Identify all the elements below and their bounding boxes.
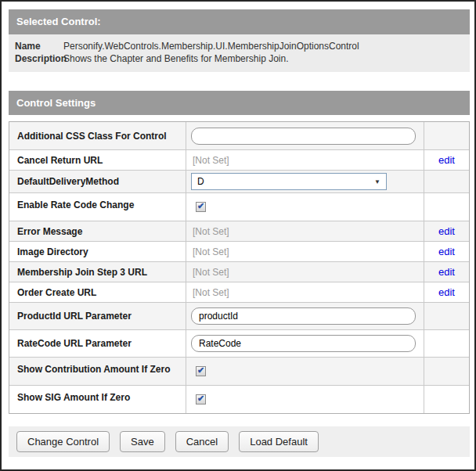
settings-row: ProductId URL Parameter xyxy=(9,302,469,329)
setting-action-cell: edit xyxy=(424,221,469,241)
setting-action-cell xyxy=(424,122,469,149)
edit-link[interactable]: edit xyxy=(438,225,455,237)
name-value: Personify.WebControls.Membership.UI.Memb… xyxy=(63,40,463,52)
setting-checkbox[interactable]: ✔ xyxy=(196,202,206,212)
edit-link[interactable]: edit xyxy=(438,286,455,298)
setting-action-cell: edit xyxy=(424,262,469,282)
settings-row: Show Contribution Amount If Zero✔ xyxy=(9,357,469,385)
setting-value-cell: [Not Set] xyxy=(186,262,424,282)
button-strip: Change Control Save Cancel Load Default xyxy=(9,426,470,457)
settings-row: Order Create URL[Not Set]edit xyxy=(9,282,469,302)
settings-row: Error Message[Not Set]edit xyxy=(9,221,469,241)
setting-readonly-value: [Not Set] xyxy=(191,155,229,166)
setting-text-input[interactable] xyxy=(191,335,416,352)
setting-readonly-value: [Not Set] xyxy=(191,287,229,298)
control-settings-title: Control Settings xyxy=(16,97,96,109)
description-label: Description xyxy=(15,52,63,65)
setting-action-cell xyxy=(424,193,469,221)
settings-row: Image Directory[Not Set]edit xyxy=(9,241,469,261)
settings-row: Cancel Return URL[Not Set]edit xyxy=(9,149,469,170)
setting-action-cell xyxy=(424,330,469,357)
checkmark-icon: ✔ xyxy=(197,202,204,210)
name-row: Name Personify.WebControls.Membership.UI… xyxy=(15,40,463,52)
setting-label: Cancel Return URL xyxy=(9,150,186,170)
setting-action-cell: edit xyxy=(424,150,469,170)
setting-label: Error Message xyxy=(9,221,186,241)
setting-label: DefaultDeliveryMethod xyxy=(9,171,186,192)
setting-value-cell: [Not Set] xyxy=(186,221,424,241)
edit-link[interactable]: edit xyxy=(438,154,455,166)
setting-label: RateCode URL Parameter xyxy=(9,330,186,357)
setting-label: Order Create URL xyxy=(9,282,186,302)
setting-action-cell: edit xyxy=(424,242,469,261)
settings-row: DefaultDeliveryMethodD▼ xyxy=(9,170,469,192)
setting-value-cell: D▼ xyxy=(186,171,424,192)
setting-checkbox[interactable]: ✔ xyxy=(196,366,206,376)
setting-label: Image Directory xyxy=(9,242,186,261)
setting-value-cell: [Not Set] xyxy=(186,242,424,261)
select-value: D xyxy=(197,176,204,187)
name-label: Name xyxy=(15,40,63,52)
load-default-button[interactable]: Load Default xyxy=(239,431,319,452)
control-settings-header: Control Settings xyxy=(9,91,470,115)
setting-value-cell xyxy=(186,330,424,357)
setting-text-input[interactable] xyxy=(191,128,416,145)
setting-value-cell: ✔ xyxy=(186,193,424,221)
setting-readonly-value: [Not Set] xyxy=(191,267,229,278)
settings-table: Additional CSS Class For ControlCancel R… xyxy=(9,121,470,414)
chevron-down-icon: ▼ xyxy=(374,178,380,185)
checkmark-icon: ✔ xyxy=(197,394,204,403)
setting-value-cell: ✔ xyxy=(186,386,424,413)
setting-value-cell: [Not Set] xyxy=(186,150,424,170)
setting-action-cell xyxy=(424,358,469,385)
setting-text-input[interactable] xyxy=(191,307,416,325)
checkmark-icon: ✔ xyxy=(197,366,204,375)
cancel-button[interactable]: Cancel xyxy=(175,431,229,452)
edit-link[interactable]: edit xyxy=(438,246,455,257)
setting-label: ProductId URL Parameter xyxy=(9,303,186,329)
setting-value-cell: [Not Set] xyxy=(186,282,424,302)
description-row: Description Shows the Chapter and Benefi… xyxy=(15,52,463,65)
save-button[interactable]: Save xyxy=(120,431,165,452)
description-value: Shows the Chapter and Benefits for Membe… xyxy=(63,52,463,65)
setting-value-cell xyxy=(186,303,424,329)
settings-row: Membership Join Step 3 URL[Not Set]edit xyxy=(9,261,469,282)
setting-label: Membership Join Step 3 URL xyxy=(9,262,186,282)
setting-label: Enable Rate Code Change xyxy=(9,193,186,221)
setting-label: Show SIG Amount If Zero xyxy=(9,386,186,413)
setting-checkbox[interactable]: ✔ xyxy=(196,394,206,404)
setting-readonly-value: [Not Set] xyxy=(191,246,229,257)
setting-label: Additional CSS Class For Control xyxy=(9,122,186,149)
settings-row: Show SIG Amount If Zero✔ xyxy=(9,385,469,413)
selected-control-info: Name Personify.WebControls.Membership.UI… xyxy=(9,34,470,72)
change-control-button[interactable]: Change Control xyxy=(16,431,110,452)
setting-value-cell xyxy=(186,122,424,149)
setting-action-cell xyxy=(424,171,469,192)
settings-row: Additional CSS Class For Control xyxy=(9,122,469,149)
setting-action-cell xyxy=(424,386,469,413)
setting-select[interactable]: D▼ xyxy=(191,173,387,190)
edit-link[interactable]: edit xyxy=(438,266,455,278)
settings-row: Enable Rate Code Change✔ xyxy=(9,192,469,221)
setting-action-cell: edit xyxy=(424,282,469,302)
selected-control-title: Selected Control: xyxy=(16,16,101,27)
setting-value-cell: ✔ xyxy=(186,358,424,385)
control-settings-page: Selected Control: Name Personify.WebCont… xyxy=(0,0,476,471)
setting-readonly-value: [Not Set] xyxy=(191,226,229,237)
settings-row: RateCode URL Parameter xyxy=(9,329,469,357)
setting-action-cell xyxy=(424,303,469,329)
setting-label: Show Contribution Amount If Zero xyxy=(9,358,186,385)
selected-control-header: Selected Control: xyxy=(9,9,470,34)
